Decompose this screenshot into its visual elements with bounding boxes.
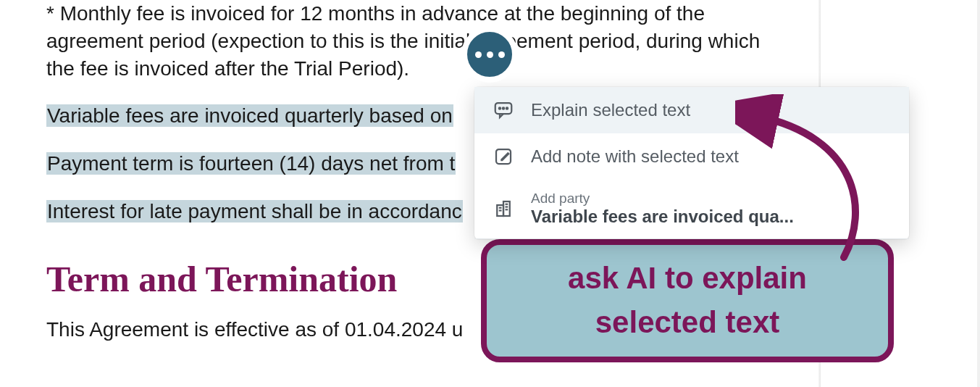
footnote-text: * Monthly fee is invoiced for 12 months … xyxy=(46,0,778,82)
text-selection: Payment term is fourteen (14) days net f… xyxy=(46,152,456,175)
selection-context-menu: Explain selected text Add note with sele… xyxy=(474,87,909,239)
note-edit-icon xyxy=(492,145,515,168)
building-icon xyxy=(492,197,515,220)
selection-more-button[interactable] xyxy=(461,26,518,83)
menu-item-label: Add party Variable fees are invoiced qua… xyxy=(531,191,892,227)
svg-point-1 xyxy=(499,107,501,109)
menu-item-subtitle: Add party xyxy=(531,191,892,207)
svg-point-2 xyxy=(503,107,504,109)
svg-point-3 xyxy=(506,107,508,109)
ellipsis-icon xyxy=(498,51,505,58)
ellipsis-icon xyxy=(487,51,493,58)
text-selection: Interest for late payment shall be in ac… xyxy=(46,200,463,222)
chat-bubble-icon xyxy=(492,99,515,122)
menu-item-add-party[interactable]: Add party Variable fees are invoiced qua… xyxy=(474,180,909,238)
text-selection: Variable fees are invoiced quarterly bas… xyxy=(46,104,453,127)
menu-divider xyxy=(474,238,909,239)
menu-item-label: Explain selected text xyxy=(531,100,892,120)
menu-item-explain-selected[interactable]: Explain selected text xyxy=(474,87,909,133)
menu-item-label: Add note with selected text xyxy=(531,146,892,167)
menu-item-add-note[interactable]: Add note with selected text xyxy=(474,133,909,180)
ellipsis-icon xyxy=(475,51,482,58)
annotation-callout: ask AI to explain selected text xyxy=(481,239,894,362)
menu-item-value: Variable fees are invoiced qua... xyxy=(531,207,892,227)
